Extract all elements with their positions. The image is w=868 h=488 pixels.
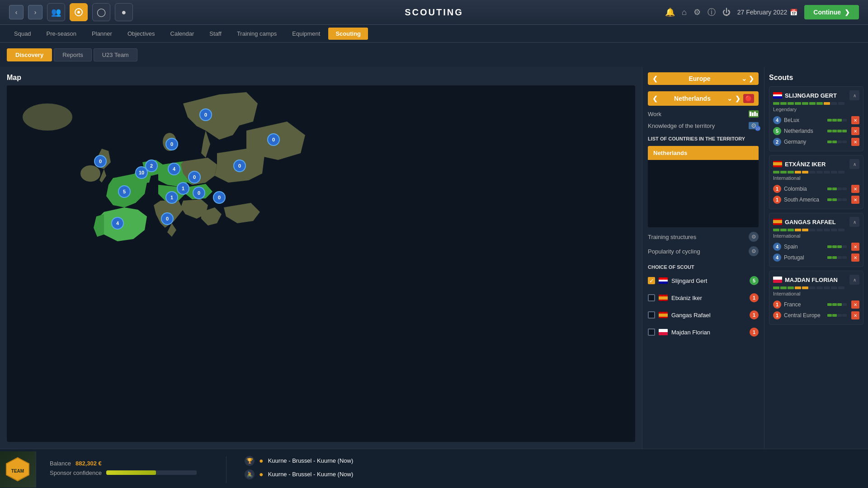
training-structures-icon: ⚙	[749, 232, 759, 242]
svg-text:10: 10	[139, 170, 144, 175]
scout-region-num-spain: 4	[773, 243, 781, 251]
choice-of-scout-title: CHOICE OF SCOUT	[648, 264, 759, 270]
svg-text:0: 0	[238, 163, 241, 169]
calendar-icon[interactable]: 📅	[790, 9, 797, 16]
power-icon[interactable]: ⏻	[722, 8, 731, 17]
scouting-icon-btn[interactable]	[70, 3, 88, 21]
subtab-discovery[interactable]: Discovery	[7, 48, 52, 61]
scout-region-num-france: 1	[773, 300, 781, 309]
remove-region-spain[interactable]: ✕	[851, 243, 859, 251]
country-netherlands[interactable]: Netherlands	[648, 146, 759, 160]
home-icon[interactable]: ⌂	[682, 8, 687, 17]
scout-skill-bar-gangas	[773, 229, 859, 231]
tab-preseason[interactable]: Pre-season	[39, 28, 84, 40]
knowledge-label: Knowledge of the territory	[648, 122, 715, 129]
scout-collapse-majdan[interactable]: ∧	[849, 275, 859, 285]
info-icon[interactable]: ⓘ	[708, 7, 716, 18]
clock-icon-btn[interactable]: ◯	[92, 3, 110, 21]
race-row-2: 🚴 ● Kuurne - Brussel - Kuurne (Now)	[245, 469, 859, 479]
tab-scouting[interactable]: Scouting	[328, 28, 368, 40]
work-label: Work	[648, 111, 661, 117]
top-bar-left: ‹ › 👥 ◯ ●	[9, 3, 133, 21]
scout-checkbox-majdan[interactable]	[648, 328, 655, 336]
region-dropdown-icon[interactable]: ⌄	[741, 75, 747, 82]
scout-choice-slijngard: ✓ Slijngard Gert 5	[648, 274, 759, 287]
subtab-u23team[interactable]: U23 Team	[94, 48, 137, 61]
region-flag-indicator: 🔴	[743, 94, 754, 103]
scout-region-num-netherlands: 5	[773, 127, 781, 135]
region-next-arrow[interactable]: ❯	[749, 75, 754, 82]
scout-checkbox-slijngard[interactable]: ✓	[648, 277, 655, 284]
subregion-next-arrow[interactable]: ❯	[735, 95, 741, 102]
region-selector[interactable]: ❮ Europe ⌄ ❯	[648, 72, 759, 85]
race-name-2: Kuurne - Brussel - Kuurne (Now)	[268, 471, 354, 478]
race-dot-1: ●	[259, 457, 264, 465]
tab-objectives[interactable]: Objectives	[120, 28, 162, 40]
bell-icon[interactable]: 🔔	[665, 7, 675, 17]
knowledge-row: Knowledge of the territory ⚙ 10	[648, 122, 759, 129]
scout-region-germany: 2 Germany ✕	[773, 136, 859, 147]
squad-icon-btn[interactable]: 👥	[47, 3, 65, 21]
scout-card-slijngard: SLIJNGARD GERT ∧ Legendary 4 BeLux	[769, 86, 863, 151]
globe-icon-btn[interactable]: ●	[115, 3, 133, 21]
scout-region-central-europe: 1 Central Europe ✕	[773, 310, 859, 321]
scout-region-name-germany: Germany	[784, 139, 806, 145]
scout-level-majdan: International	[773, 291, 859, 296]
balance-section: Balance 882,302 € Sponsor confidence	[36, 460, 217, 479]
subregion-prev-arrow[interactable]: ❮	[652, 95, 658, 102]
popularity-label: Popularity of cycling	[648, 248, 700, 255]
tab-squad[interactable]: Squad	[7, 28, 38, 40]
scout-choice-majdan: Majdan Florian 1	[648, 326, 759, 338]
subregion-dropdown-icon[interactable]: ⌄	[727, 95, 732, 102]
scout-region-name-belux: BeLux	[784, 117, 799, 123]
remove-region-portugal[interactable]: ✕	[851, 253, 859, 262]
race-dot-2: ●	[259, 470, 264, 479]
remove-region-ce[interactable]: ✕	[851, 311, 859, 319]
svg-text:0: 0	[218, 195, 221, 200]
region-prev-arrow[interactable]: ❮	[652, 75, 658, 82]
tab-equipment[interactable]: Equipment	[285, 28, 327, 40]
scout-name-etxaniz: Etxániz Iker	[671, 295, 702, 301]
tab-calendar[interactable]: Calendar	[163, 28, 202, 40]
remove-region-belux[interactable]: ✕	[851, 116, 859, 124]
scout-collapse-gangas[interactable]: ∧	[849, 217, 859, 227]
continue-button[interactable]: Continue ❯	[804, 5, 859, 19]
race-info: 🏆 ● Kuurne - Brussel - Kuurne (Now) 🚴 ● …	[236, 456, 868, 483]
svg-text:4: 4	[173, 166, 176, 172]
scout-region-num-germany: 2	[773, 138, 781, 146]
sponsor-bar-inner	[106, 470, 156, 475]
remove-region-germany[interactable]: ✕	[851, 138, 859, 146]
scout-region-num-ce: 1	[773, 311, 781, 319]
svg-text:4: 4	[116, 221, 119, 226]
sub-region-selector[interactable]: ❮ Netherlands ⌄ ❯ 🔴	[648, 91, 759, 106]
tab-planner[interactable]: Planner	[85, 28, 119, 40]
scout-flag-es-2	[659, 312, 668, 318]
scout-card-name-etxaniz: ETXÁNIZ IKER	[785, 161, 847, 168]
remove-region-sa[interactable]: ✕	[851, 196, 859, 204]
tab-training-camps[interactable]: Training camps	[230, 28, 284, 40]
tab-staff[interactable]: Staff	[202, 28, 229, 40]
back-button[interactable]: ‹	[9, 5, 24, 19]
scout-region-netherlands: 5 Netherlands ✕	[773, 126, 859, 136]
scout-region-colombia: 1 Colombia ✕	[773, 183, 859, 194]
svg-text:0: 0	[99, 159, 102, 164]
remove-region-netherlands[interactable]: ✕	[851, 127, 859, 135]
scout-skill-bar-majdan	[773, 286, 859, 289]
scout-region-bar-sa	[827, 198, 847, 201]
popularity-icon: ⚙	[749, 246, 759, 256]
date-text: 27 February 2022	[737, 9, 788, 16]
remove-region-france[interactable]: ✕	[851, 300, 859, 309]
scout-region-bar-spain	[827, 245, 847, 248]
scout-checkbox-gangas[interactable]	[648, 311, 655, 319]
scout-card-etxaniz: ETXÁNIZ IKER ∧ International 1 Colombia	[769, 155, 863, 209]
scout-region-name-spain: Spain	[784, 244, 798, 250]
svg-rect-39	[752, 113, 754, 116]
svg-point-1	[77, 11, 80, 14]
gear-icon[interactable]: ⚙	[693, 7, 701, 17]
scout-collapse-etxaniz[interactable]: ∧	[849, 159, 859, 169]
forward-button[interactable]: ›	[28, 5, 42, 19]
scout-checkbox-etxaniz[interactable]	[648, 294, 655, 301]
scout-collapse-slijngard[interactable]: ∧	[849, 90, 859, 100]
remove-region-colombia[interactable]: ✕	[851, 185, 859, 193]
subtab-reports[interactable]: Reports	[54, 48, 92, 61]
